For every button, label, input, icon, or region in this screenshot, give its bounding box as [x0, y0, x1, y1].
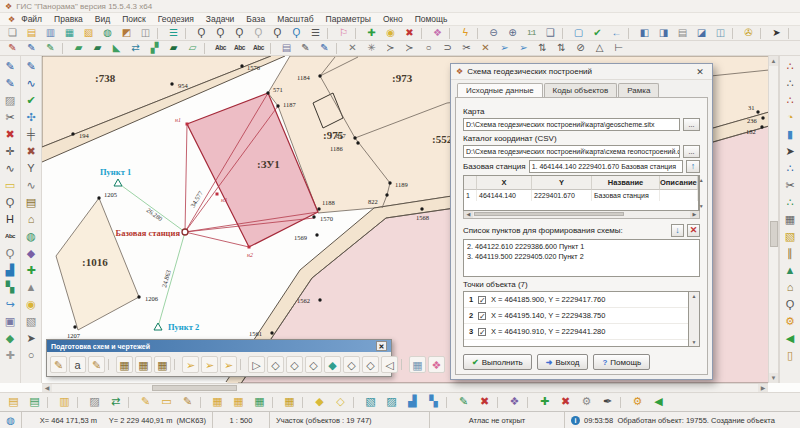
- scatter-pencil-icon[interactable]: ∴: [782, 58, 799, 75]
- find-a-icon[interactable]: Ϙ: [2, 194, 19, 211]
- menu-item[interactable]: Вид: [89, 14, 116, 24]
- area-dark-icon[interactable]: ▰: [164, 42, 183, 55]
- group-star-icon[interactable]: ❖: [504, 394, 525, 410]
- close-icon[interactable]: ✕: [376, 341, 387, 351]
- scroll-down-icon[interactable]: ▼: [769, 373, 778, 383]
- exit-button[interactable]: ➜ Выход: [537, 354, 589, 370]
- poly-6-icon[interactable]: ◇: [362, 356, 379, 373]
- plus-green-icon[interactable]: ✚: [23, 262, 40, 279]
- search-disabled-icon[interactable]: Ϙ: [249, 27, 268, 40]
- print-icon[interactable]: ▦: [795, 27, 800, 40]
- stitch-2-icon[interactable]: ⇅: [552, 42, 571, 55]
- scroll-left-icon[interactable]: ◀: [42, 384, 52, 392]
- poly-7-icon[interactable]: ◁: [381, 356, 398, 373]
- arc-tool-icon[interactable]: ⊃: [438, 42, 457, 55]
- layers-icon[interactable]: ☰: [164, 27, 183, 40]
- sheet-pencil-icon[interactable]: ✎: [177, 394, 198, 410]
- search-icon[interactable]: Ϙ: [192, 27, 211, 40]
- key-search-icon[interactable]: ✇: [739, 27, 758, 40]
- object-pencil-icon[interactable]: ✎: [296, 42, 315, 55]
- ruler-vertical-icon[interactable]: ▮: [782, 126, 799, 143]
- diamond-up-icon[interactable]: ◆: [309, 394, 330, 410]
- checkbox[interactable]: ✓: [478, 312, 486, 320]
- tab-frame[interactable]: Рамка: [618, 83, 659, 97]
- table-hscroll-thumb[interactable]: [474, 212, 624, 216]
- panel-undo-icon[interactable]: ◫: [711, 27, 730, 40]
- pointer-icon[interactable]: ➤: [767, 27, 786, 40]
- panel-select-icon[interactable]: ◨: [654, 27, 673, 40]
- csv-path-input[interactable]: D:\Схема геодезических построений\карта\…: [463, 145, 680, 158]
- text-abc-icon[interactable]: Abc: [211, 42, 230, 55]
- door-icon[interactable]: ▯: [782, 347, 799, 364]
- house-map-icon[interactable]: ⌂: [782, 279, 799, 296]
- hatch-icon[interactable]: ▧: [23, 313, 40, 330]
- object-point-row[interactable]: 2✓X = 464195.140, Y = 2229438.750: [464, 308, 688, 324]
- search-repeat-icon[interactable]: Ϙ: [287, 27, 306, 40]
- diamond-green-icon[interactable]: ◆: [2, 330, 19, 347]
- vertex-edit-icon[interactable]: ✕: [343, 42, 362, 55]
- back-icon[interactable]: ←: [607, 27, 626, 40]
- edit-check-icon[interactable]: ✎: [41, 42, 60, 55]
- new-map-icon[interactable]: ❏: [3, 27, 22, 40]
- star-color-icon[interactable]: ❖: [428, 356, 445, 373]
- angle-tool-icon[interactable]: ⊢: [609, 42, 628, 55]
- move-cross-icon[interactable]: ✣: [23, 109, 40, 126]
- table-b-icon[interactable]: ▦: [135, 356, 152, 373]
- status-layer[interactable]: Участок (объектов : 19 747): [270, 412, 430, 428]
- move-up-button[interactable]: ↑: [686, 160, 700, 173]
- scroll-right-icon[interactable]: ▶: [690, 211, 699, 218]
- cut-scissors-icon[interactable]: ✂: [2, 109, 19, 126]
- draw-pencil-icon[interactable]: ✎: [2, 58, 19, 75]
- edit-red-icon[interactable]: ✎: [3, 42, 22, 55]
- area-green-icon[interactable]: ▰: [69, 42, 88, 55]
- raster-icon[interactable]: ▦: [409, 356, 426, 373]
- browse-map-button[interactable]: ...: [683, 118, 700, 131]
- poly-3-icon[interactable]: ◇: [286, 356, 303, 373]
- branch-icon[interactable]: Y: [23, 160, 40, 177]
- search-list-icon[interactable]: ☰: [306, 27, 325, 40]
- edit-help-icon[interactable]: ✎: [22, 42, 41, 55]
- sheet-green-icon[interactable]: ▤: [24, 394, 45, 410]
- grid-cross-icon[interactable]: ╪: [23, 126, 40, 143]
- palette-icon[interactable]: ❖: [428, 27, 447, 40]
- table-yellow-icon[interactable]: ▦: [207, 394, 228, 410]
- label-a-icon[interactable]: a: [69, 356, 86, 373]
- panel-box-icon[interactable]: ▣: [2, 313, 19, 330]
- marker-flag-icon[interactable]: ⚐: [334, 27, 353, 40]
- ink-pen-icon[interactable]: ✒: [597, 394, 618, 410]
- x-brown-icon[interactable]: ✖: [23, 143, 40, 160]
- plus-gray-icon[interactable]: ✚: [2, 347, 19, 364]
- flow-arrows-icon[interactable]: ⇄: [126, 42, 145, 55]
- panel-map-icon[interactable]: ◧: [635, 27, 654, 40]
- house-icon[interactable]: ⌂: [23, 211, 40, 228]
- circle-tool-icon[interactable]: ○: [419, 42, 438, 55]
- dialog-close-icon[interactable]: ✕: [693, 67, 707, 77]
- doc-gear-icon[interactable]: ⚙: [576, 394, 597, 410]
- pencil-blue-icon[interactable]: ✎: [23, 58, 40, 75]
- gear-icon[interactable]: ⚙: [782, 313, 799, 330]
- globe-small-icon[interactable]: ◍: [23, 228, 40, 245]
- diamond-down-icon[interactable]: ◇: [330, 394, 351, 410]
- curve-icon[interactable]: ∿: [2, 160, 19, 177]
- dialog-titlebar[interactable]: ❖ Схема геодезических построений ✕: [451, 64, 712, 80]
- ruler-icon[interactable]: ▭: [2, 177, 19, 194]
- redo-arrow-icon[interactable]: ↪: [2, 296, 19, 313]
- open-data-icon[interactable]: ▧: [79, 27, 98, 40]
- menu-item[interactable]: Масштаб: [271, 14, 319, 24]
- poly-2-icon[interactable]: ◇: [267, 356, 284, 373]
- sheet-edit-icon[interactable]: ✎: [135, 394, 156, 410]
- menu-item[interactable]: Параметры: [320, 14, 377, 24]
- scroll-right-icon[interactable]: ▶: [758, 384, 768, 392]
- lamp-icon[interactable]: ◉: [381, 27, 400, 40]
- floating-toolbar-titlebar[interactable]: Подготовка схем и чертежей ✕: [47, 340, 391, 352]
- poly-1-icon[interactable]: ▷: [248, 356, 265, 373]
- object-points-list[interactable]: 1✓X = 464185.900, Y = 2229417.7602✓X = 4…: [463, 291, 689, 347]
- map-horizontal-scrollbar[interactable]: ◀ ▶: [42, 383, 768, 392]
- exit-door-icon[interactable]: ◀: [782, 330, 799, 347]
- globe-icon[interactable]: ◍: [98, 27, 117, 40]
- chart-steps-icon[interactable]: ▚: [2, 279, 19, 296]
- panel-search-icon[interactable]: ◪: [692, 27, 711, 40]
- find-2-icon[interactable]: Ϙ: [2, 245, 19, 262]
- object-point-row[interactable]: 1✓X = 464185.900, Y = 2229417.760: [464, 292, 688, 308]
- swap-icon[interactable]: ⇄: [105, 394, 126, 410]
